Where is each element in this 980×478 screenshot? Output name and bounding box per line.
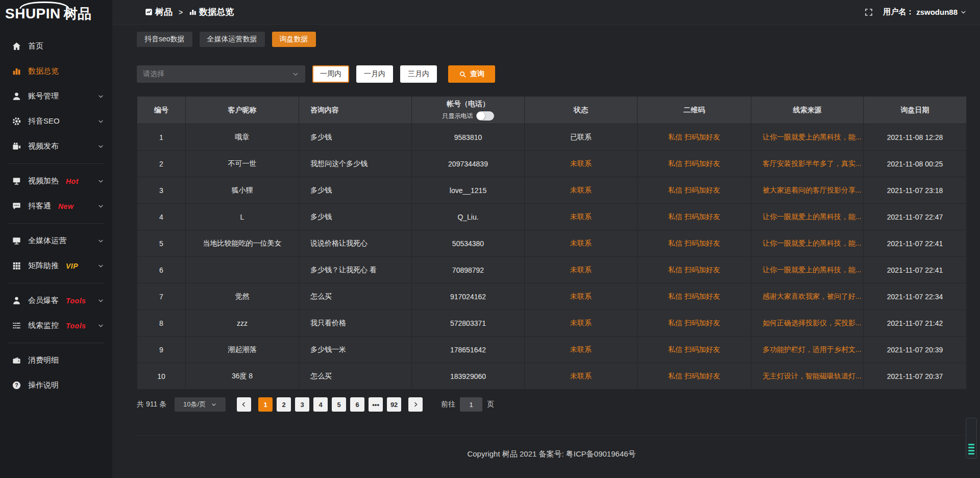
lead-source-link[interactable]: 让你一眼就爱上的黑科技，能... (763, 239, 862, 247)
sidebar-item-douyin-seo[interactable]: 抖音SEO (0, 109, 112, 134)
sidebar-item-operation-guide[interactable]: ?操作说明 (0, 373, 112, 398)
lead-source-link[interactable]: 让你一眼就爱上的黑科技，能... (763, 133, 862, 141)
total-count: 共 911 条 (137, 400, 166, 409)
lead-source-link[interactable]: 被大家追着问的客厅投影分享... (763, 186, 862, 194)
breadcrumb-item-shupin[interactable]: 树品 (145, 6, 173, 18)
phone-only-toggle[interactable] (476, 111, 494, 121)
sidebar-item-home[interactable]: 首页 (0, 34, 112, 59)
lead-source-link[interactable]: 感谢大家喜欢我家，被问了好... (763, 292, 862, 300)
query-button[interactable]: 查询 (448, 65, 495, 83)
breadcrumb: 树品 > 数据总览 (145, 6, 234, 18)
next-page-button[interactable] (408, 397, 423, 412)
chevron-down-icon (97, 178, 104, 184)
sliders-icon (11, 321, 21, 331)
lead-source-link[interactable]: 让你一眼就爱上的黑科技，能... (763, 212, 862, 221)
table-row: 2不可一世我想问这个多少钱2097344839未联系私信 扫码加好友客厅安装投影… (137, 151, 967, 177)
app-square-icon (145, 8, 153, 16)
phone-only-label: 只显示电话 (443, 112, 473, 121)
breadcrumb-separator: > (179, 8, 183, 16)
service-widget-stripe (968, 444, 974, 445)
page-size-select[interactable]: 10条/页 (175, 397, 226, 412)
service-widget[interactable] (966, 418, 977, 459)
qr-add-friend-link[interactable]: 私信 扫码加好友 (668, 266, 720, 274)
app-logo[interactable]: SHUPIN树品 (0, 0, 112, 28)
col-no: 编号 (137, 97, 186, 124)
user-dropdown[interactable]: 用户名：zswodun88 (883, 7, 967, 17)
range-button-month[interactable]: 一月内 (356, 65, 393, 83)
sidebar-item-omni-media-operation[interactable]: 全媒体运营 (0, 228, 112, 253)
cell-no: 3 (137, 177, 186, 204)
cell-source: 感谢大家喜欢我家，被问了好... (751, 283, 864, 310)
sidebar-item-account-management[interactable]: 账号管理 (0, 84, 112, 109)
sidebar-item-consumption-detail[interactable]: 消费明细 (0, 348, 112, 373)
chevron-down-icon (97, 262, 104, 269)
qr-add-friend-link[interactable]: 私信 扫码加好友 (668, 239, 720, 247)
cell-status: 已联系 (525, 124, 638, 151)
page-button-1[interactable]: 1 (258, 397, 273, 412)
qr-add-friend-link[interactable]: 私信 扫码加好友 (668, 292, 720, 300)
breadcrumb-label: 数据总览 (199, 6, 234, 18)
status-text: 未联系 (570, 292, 592, 300)
goto-page-input[interactable] (460, 397, 482, 412)
sidebar-item-member-baoke[interactable]: 会员爆客Tools (0, 288, 112, 313)
sidebar-item-video-publish[interactable]: 视频发布 (0, 134, 112, 159)
sidebar-item-data-overview[interactable]: 数据总览 (0, 59, 112, 84)
cell-nickname (186, 257, 299, 283)
page-button-5[interactable]: 5 (332, 397, 346, 412)
username-label: 用户名： (883, 7, 914, 17)
sidebar-item-label: 消费明细 (28, 355, 59, 365)
fullscreen-icon[interactable] (865, 8, 873, 16)
sidebar-item-video-heat[interactable]: 视频加热Hot (0, 169, 112, 194)
prev-page-button[interactable] (237, 397, 251, 412)
sidebar-item-label: 数据总览 (28, 66, 59, 76)
table-header-row: 编号 客户昵称 咨询内容 帐号（电话） 只显示电话 状态 二维码 线索来源 询盘… (137, 97, 967, 124)
status-text: 未联系 (570, 212, 592, 221)
qr-add-friend-link[interactable]: 私信 扫码加好友 (668, 212, 720, 221)
account-select[interactable]: 请选择 (137, 65, 305, 83)
sidebar-item-doukeotong[interactable]: 抖客通New (0, 194, 112, 219)
sidebar-item-matrix-boost[interactable]: 矩阵助推VIP (0, 253, 112, 278)
page-button-4[interactable]: 4 (313, 397, 328, 412)
cell-nickname: 36度 8 (186, 363, 299, 390)
lead-source-link[interactable]: 客厅安装投影半年多了，真实... (763, 159, 862, 168)
qr-add-friend-link[interactable]: 私信 扫码加好友 (668, 319, 720, 327)
lead-source-link[interactable]: 多功能护栏灯，适用于乡村文... (763, 345, 862, 353)
page-more-button[interactable]: ••• (369, 397, 383, 412)
qr-add-friend-link[interactable]: 私信 扫码加好友 (668, 372, 720, 380)
cell-date: 2021-11-07 20:37 (864, 363, 967, 390)
tab-douyin-seo-data[interactable]: 抖音seo数据 (137, 32, 192, 47)
qr-add-friend-link[interactable]: 私信 扫码加好友 (668, 133, 720, 141)
sidebar-divider (8, 223, 104, 224)
qr-add-friend-link[interactable]: 私信 扫码加好友 (668, 159, 720, 168)
page-button-92[interactable]: 92 (387, 397, 401, 412)
tab-inquiry-data[interactable]: 询盘数据 (272, 32, 316, 47)
cell-no: 10 (137, 363, 186, 390)
heat-icon (11, 176, 21, 186)
cell-status: 未联系 (525, 230, 638, 257)
qr-add-friend-link[interactable]: 私信 扫码加好友 (668, 345, 720, 353)
cell-no: 1 (137, 124, 186, 151)
sidebar-item-lead-monitor[interactable]: 线索监控Tools (0, 313, 112, 338)
page-button-3[interactable]: 3 (295, 397, 309, 412)
chevron-down-icon (960, 9, 967, 15)
table-row: 6多少钱？让我死心 看70898792未联系私信 扫码加好友让你一眼就爱上的黑科… (137, 257, 967, 283)
sidebar-item-label: 视频发布 (28, 141, 59, 151)
cell-nickname: zzz (186, 310, 299, 337)
status-text: 未联系 (570, 372, 592, 380)
page-button-2[interactable]: 2 (277, 397, 291, 412)
cell-status: 未联系 (525, 310, 638, 337)
sidebar-item-label: 视频加热 (28, 176, 59, 186)
breadcrumb-item-data-overview[interactable]: 数据总览 (189, 6, 234, 18)
qr-add-friend-link[interactable]: 私信 扫码加好友 (668, 186, 720, 194)
cell-source: 让你一眼就爱上的黑科技，能... (751, 124, 864, 151)
tab-omni-media-data[interactable]: 全媒体运营数据 (200, 32, 265, 47)
page-button-6[interactable]: 6 (350, 397, 364, 412)
topbar: 树品 > 数据总览 用户名：zswodun88 (112, 0, 980, 25)
cell-status: 未联系 (525, 283, 638, 310)
sidebar-item-label: 操作说明 (28, 380, 59, 390)
lead-source-link[interactable]: 让你一眼就爱上的黑科技，能... (763, 266, 862, 274)
lead-source-link[interactable]: 如何正确选择投影仪，买投影... (763, 319, 862, 327)
range-button-quarter[interactable]: 三月内 (400, 65, 437, 83)
range-button-week[interactable]: 一周内 (312, 65, 349, 83)
lead-source-link[interactable]: 无主灯设计，智能磁吸轨道灯... (763, 372, 862, 380)
